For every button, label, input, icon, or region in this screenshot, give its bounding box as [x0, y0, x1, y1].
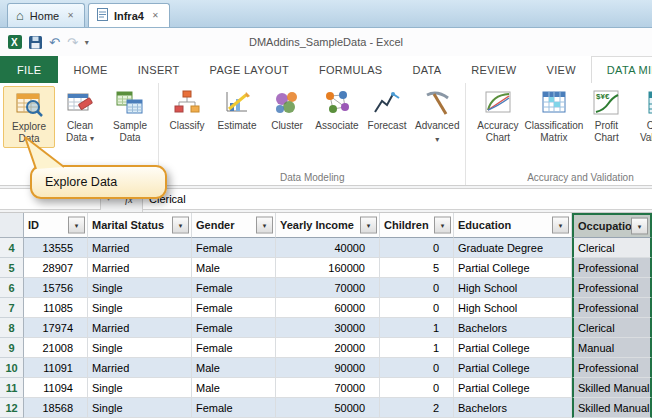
table-cell[interactable]: High School: [454, 298, 572, 318]
table-cell[interactable]: Female: [192, 398, 276, 418]
filter-dropdown-button[interactable]: ▾: [360, 217, 377, 234]
column-header-education[interactable]: Education ▾: [454, 213, 572, 238]
table-cell[interactable]: Partial College: [454, 358, 572, 378]
table-cell[interactable]: Married: [88, 238, 192, 258]
table-cell[interactable]: Skilled Manual: [572, 398, 652, 418]
classify-button[interactable]: Classify: [162, 86, 212, 134]
column-header-gender[interactable]: Gender ▾: [192, 213, 276, 238]
table-cell[interactable]: Male: [192, 378, 276, 398]
table-cell[interactable]: Partial College: [454, 258, 572, 278]
undo-button[interactable]: ↶: [49, 35, 60, 50]
ribbon-tab-home[interactable]: HOME: [58, 56, 122, 83]
table-cell[interactable]: 90000: [276, 358, 380, 378]
row-header[interactable]: 7: [0, 298, 24, 318]
table-cell[interactable]: 0: [380, 378, 454, 398]
filter-dropdown-button[interactable]: ▾: [434, 217, 451, 234]
table-cell[interactable]: Bachelors: [454, 318, 572, 338]
table-cell[interactable]: 18568: [24, 398, 88, 418]
ribbon-tab-data-mining[interactable]: DATA MINING: [591, 56, 652, 83]
table-cell[interactable]: High School: [454, 278, 572, 298]
accuracy-chart-button[interactable]: Accuracy Chart: [469, 86, 526, 146]
row-header[interactable]: 9: [0, 338, 24, 358]
active-cell[interactable]: Clerical: [572, 238, 652, 258]
redo-button[interactable]: ↷: [67, 35, 78, 50]
table-cell[interactable]: 11085: [24, 298, 88, 318]
table-cell[interactable]: Clerical: [572, 318, 652, 338]
column-header-occupation[interactable]: Occupation ▾: [572, 213, 652, 238]
table-cell[interactable]: Female: [192, 298, 276, 318]
table-cell[interactable]: 50000: [276, 398, 380, 418]
estimate-button[interactable]: Estimate: [212, 86, 262, 134]
column-header-id[interactable]: ID ▾: [24, 213, 88, 238]
header-corner-cell[interactable]: [0, 213, 24, 238]
filter-dropdown-button[interactable]: ▾: [68, 217, 85, 234]
filter-dropdown-button[interactable]: ▾: [552, 217, 569, 234]
column-header-yearly-income[interactable]: Yearly Income ▾: [276, 213, 380, 238]
ribbon-tab-file[interactable]: FILE: [0, 56, 58, 83]
table-cell[interactable]: Partial College: [454, 338, 572, 358]
filter-dropdown-button[interactable]: ▾: [172, 217, 189, 234]
table-cell[interactable]: Female: [192, 338, 276, 358]
row-header[interactable]: 4: [0, 238, 24, 258]
table-cell[interactable]: 30000: [276, 318, 380, 338]
save-button[interactable]: [29, 36, 42, 49]
table-cell[interactable]: 28907: [24, 258, 88, 278]
table-cell[interactable]: Partial College: [454, 378, 572, 398]
table-cell[interactable]: Married: [88, 358, 192, 378]
table-cell[interactable]: Married: [88, 258, 192, 278]
close-tab-icon[interactable]: ✕: [65, 10, 76, 21]
column-header-children[interactable]: Children ▾: [380, 213, 454, 238]
profit-chart-button[interactable]: $¥€ Profit Chart: [581, 86, 631, 146]
table-cell[interactable]: 1: [380, 318, 454, 338]
row-header[interactable]: 5: [0, 258, 24, 278]
table-cell[interactable]: 21008: [24, 338, 88, 358]
table-cell[interactable]: Single: [88, 338, 192, 358]
table-cell[interactable]: Male: [192, 358, 276, 378]
formula-input[interactable]: Clerical: [143, 188, 652, 210]
row-header[interactable]: 11: [0, 378, 24, 398]
table-cell[interactable]: 5: [380, 258, 454, 278]
qat-customize-button[interactable]: ▾: [85, 38, 89, 47]
table-cell[interactable]: 11094: [24, 378, 88, 398]
table-cell[interactable]: 0: [380, 298, 454, 318]
row-header[interactable]: 10: [0, 358, 24, 378]
filter-dropdown-button[interactable]: ▾: [631, 218, 648, 235]
advanced-button[interactable]: Advanced ▾: [412, 86, 462, 148]
browser-tab-infra4[interactable]: Infra4 ✕: [88, 3, 170, 27]
table-cell[interactable]: 0: [380, 278, 454, 298]
table-cell[interactable]: Single: [88, 378, 192, 398]
row-header[interactable]: 8: [0, 318, 24, 338]
table-cell[interactable]: 17974: [24, 318, 88, 338]
close-tab-icon[interactable]: ✕: [150, 10, 161, 21]
cluster-button[interactable]: Cluster: [262, 86, 312, 134]
table-cell[interactable]: 60000: [276, 298, 380, 318]
table-cell[interactable]: Professional: [572, 278, 652, 298]
table-cell[interactable]: Single: [88, 278, 192, 298]
table-cell[interactable]: 13555: [24, 238, 88, 258]
row-header[interactable]: 6: [0, 278, 24, 298]
row-header[interactable]: 12: [0, 398, 24, 418]
table-cell[interactable]: Female: [192, 238, 276, 258]
table-cell[interactable]: Female: [192, 318, 276, 338]
ribbon-tab-formulas[interactable]: FORMULAS: [304, 56, 398, 83]
ribbon-tab-data[interactable]: DATA: [397, 56, 456, 83]
browser-tab-home[interactable]: ⌂ Home ✕: [7, 3, 85, 27]
table-cell[interactable]: 1: [380, 338, 454, 358]
table-cell[interactable]: 70000: [276, 278, 380, 298]
ribbon-tab-view[interactable]: VIEW: [532, 56, 591, 83]
table-cell[interactable]: Married: [88, 318, 192, 338]
cross-validation-button[interactable]: Cross-Validation: [631, 86, 652, 146]
classification-matrix-button[interactable]: Classification Matrix: [526, 86, 581, 146]
table-cell[interactable]: 160000: [276, 258, 380, 278]
table-cell[interactable]: Professional: [572, 298, 652, 318]
table-cell[interactable]: Professional: [572, 358, 652, 378]
table-cell[interactable]: Female: [192, 278, 276, 298]
table-cell[interactable]: 15756: [24, 278, 88, 298]
filter-dropdown-button[interactable]: ▾: [256, 217, 273, 234]
table-cell[interactable]: Manual: [572, 338, 652, 358]
column-header-marital-status[interactable]: Marital Status ▾: [88, 213, 192, 238]
table-cell[interactable]: 11091: [24, 358, 88, 378]
table-cell[interactable]: 70000: [276, 378, 380, 398]
table-cell[interactable]: 40000: [276, 238, 380, 258]
table-cell[interactable]: Bachelors: [454, 398, 572, 418]
